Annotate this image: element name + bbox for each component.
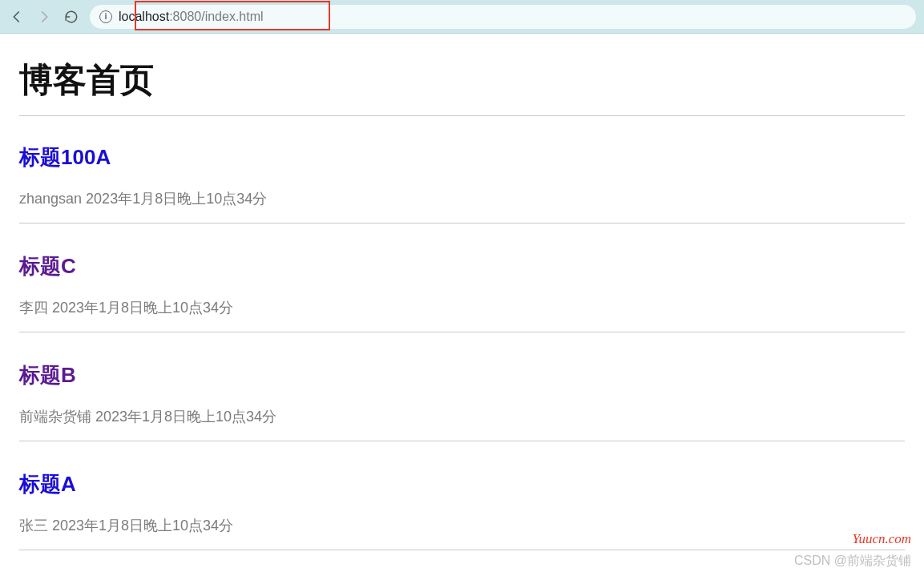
post-time: 2023年1月8日晚上10点34分 [95, 409, 276, 425]
post-time: 2023年1月8日晚上10点34分 [86, 191, 267, 207]
forward-button[interactable] [35, 8, 53, 26]
post-title-link[interactable]: 标题100A [19, 145, 111, 169]
post-author: 前端杂货铺 [19, 409, 91, 425]
browser-toolbar: i localhost:8080/index.html [0, 0, 924, 34]
reload-button[interactable] [63, 8, 80, 26]
site-info-icon[interactable]: i [99, 10, 112, 23]
post-item: 标题100Azhangsan 2023年1月8日晚上10点34分 [19, 143, 905, 224]
post-time: 2023年1月8日晚上10点34分 [52, 300, 233, 316]
post-list: 标题100Azhangsan 2023年1月8日晚上10点34分标题C李四 20… [19, 143, 905, 550]
post-title: 标题A [19, 470, 905, 498]
post-title: 标题C [19, 252, 905, 280]
divider [19, 223, 905, 224]
watermark-yuucn: Yuucn.com [852, 531, 911, 547]
post-title: 标题B [19, 361, 905, 389]
divider [19, 550, 905, 550]
page-title: 博客首页 [19, 58, 905, 103]
post-time: 2023年1月8日晚上10点34分 [52, 518, 233, 534]
watermark-csdn: CSDN @前端杂货铺 [794, 553, 911, 570]
back-button[interactable] [8, 8, 26, 26]
url-host: localhost [119, 10, 169, 23]
divider [19, 115, 905, 116]
url-text: localhost:8080/index.html [119, 10, 264, 24]
divider [19, 441, 905, 441]
divider [19, 332, 905, 332]
url-path: /index.html [201, 10, 263, 23]
post-meta: 前端杂货铺 2023年1月8日晚上10点34分 [19, 407, 905, 426]
post-title: 标题100A [19, 143, 905, 171]
post-item: 标题B前端杂货铺 2023年1月8日晚上10点34分 [19, 361, 905, 441]
post-item: 标题A张三 2023年1月8日晚上10点34分 [19, 470, 905, 550]
post-meta: 李四 2023年1月8日晚上10点34分 [19, 298, 905, 317]
address-bar[interactable]: i localhost:8080/index.html [90, 5, 916, 29]
post-title-link[interactable]: 标题A [19, 472, 76, 496]
post-meta: 张三 2023年1月8日晚上10点34分 [19, 516, 905, 535]
post-title-link[interactable]: 标题C [19, 254, 76, 278]
post-title-link[interactable]: 标题B [19, 363, 76, 387]
url-port: :8080 [169, 10, 201, 23]
post-meta: zhangsan 2023年1月8日晚上10点34分 [19, 189, 905, 208]
post-item: 标题C李四 2023年1月8日晚上10点34分 [19, 252, 905, 332]
post-author: 张三 [19, 518, 48, 534]
post-author: zhangsan [19, 191, 82, 207]
page-content: 博客首页 标题100Azhangsan 2023年1月8日晚上10点34分标题C… [0, 34, 924, 550]
post-author: 李四 [19, 300, 48, 316]
